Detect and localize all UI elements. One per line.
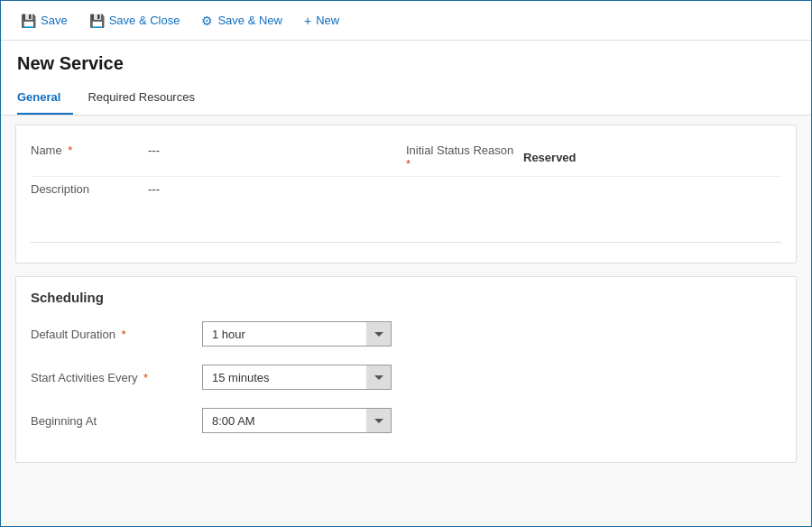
save-new-icon: ⚙ [201,14,213,28]
name-col: Name * --- [31,143,406,157]
save-icon: 💾 [21,14,36,28]
beginning-at-select-wrap: 12:00 AM1:00 AM2:00 AM3:00 AM4:00 AM5:00… [202,408,392,433]
scheduling-form: Default Duration * 15 minutes30 minutes4… [16,312,796,462]
start-activities-row: Start Activities Every * 5 minutes10 min… [31,363,781,392]
start-activities-label: Start Activities Every * [31,371,202,384]
tabs: General Required Resources [1,83,811,116]
initial-status-col: Initial Status Reason * Reserved [406,143,781,171]
new-label: New [316,14,339,27]
beginning-at-select[interactable]: 12:00 AM1:00 AM2:00 AM3:00 AM4:00 AM5:00… [202,408,392,433]
save-new-button[interactable]: ⚙ Save & New [192,9,291,32]
start-activities-select-wrap: 5 minutes10 minutes15 minutes30 minutes4… [202,365,392,390]
content-area: Name * --- Initial Status Reason * Reser… [1,116,811,527]
save-new-label: Save & New [217,14,282,27]
toolbar: 💾 Save 💾 Save & Close ⚙ Save & New + New [1,1,811,41]
page-header: New Service [1,41,811,74]
description-value: --- [148,182,406,196]
tab-required-resources[interactable]: Required Resources [88,83,208,115]
save-button[interactable]: 💾 Save [12,9,77,32]
save-close-icon: 💾 [89,14,105,28]
default-duration-row: Default Duration * 15 minutes30 minutes4… [31,319,781,348]
scheduling-title: Scheduling [16,277,796,312]
default-duration-select-wrap: 15 minutes30 minutes45 minutes1 hour1.5 … [202,321,392,347]
name-label: Name * [31,143,148,157]
initial-status-label: Initial Status Reason * [406,143,523,171]
form-row-name-status: Name * --- Initial Status Reason * Reser… [31,138,781,177]
save-label: Save [41,14,68,27]
name-value: --- [148,143,406,157]
new-button[interactable]: + New [295,9,348,32]
initial-status-value: Reserved [523,151,781,164]
general-form-card: Name * --- Initial Status Reason * Reser… [15,125,797,264]
form-divider [31,242,781,243]
page-title: New Service [17,53,795,74]
save-close-label: Save & Close [109,14,180,27]
description-label: Description [31,182,148,196]
form-row-description: Description --- [31,177,781,222]
tab-general[interactable]: General [17,83,73,115]
scheduling-card: Scheduling Default Duration * 15 minutes… [15,276,797,463]
new-icon: + [304,14,311,28]
default-duration-label: Default Duration * [31,328,202,341]
beginning-at-label: Beginning At [31,414,202,428]
save-close-button[interactable]: 💾 Save & Close [80,9,189,32]
general-form-section: Name * --- Initial Status Reason * Reser… [16,125,796,235]
beginning-at-row: Beginning At 12:00 AM1:00 AM2:00 AM3:00 … [31,406,781,435]
description-col: Description --- [31,182,406,196]
default-duration-select[interactable]: 15 minutes30 minutes45 minutes1 hour1.5 … [202,321,392,347]
start-activities-select[interactable]: 5 minutes10 minutes15 minutes30 minutes4… [202,365,392,390]
